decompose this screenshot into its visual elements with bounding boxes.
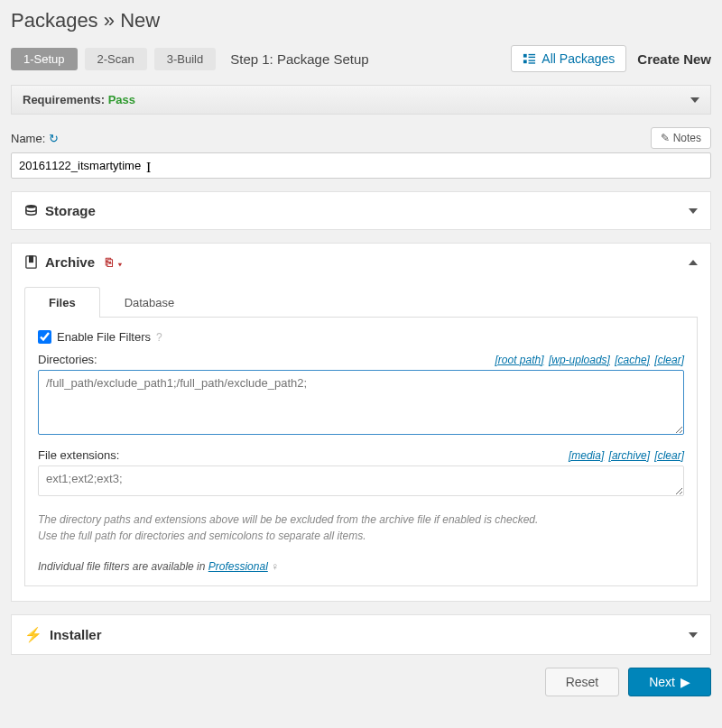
installer-panel-head[interactable]: ⚡ Installer [12, 615, 710, 654]
help-icon[interactable]: ? [156, 331, 162, 344]
step-label: Step 1: Package Setup [230, 51, 368, 67]
svg-rect-5 [529, 62, 536, 63]
files-icon: ⎘ [106, 255, 113, 269]
installer-title: Installer [50, 627, 102, 642]
link-clear-ext[interactable]: [clear] [654, 449, 684, 462]
step-setup[interactable]: 1-Setup [11, 48, 78, 70]
tab-files[interactable]: Files [24, 287, 100, 318]
step-build[interactable]: 3-Build [154, 48, 216, 70]
reset-button[interactable]: Reset [545, 668, 620, 696]
storage-panel-head[interactable]: Storage [12, 192, 710, 229]
chevron-down-icon [689, 208, 698, 214]
bolt-icon: ⚡ [24, 626, 42, 643]
directories-label: Directories: [38, 353, 97, 366]
archive-icon [24, 255, 38, 269]
directories-textarea[interactable] [38, 370, 684, 435]
link-media[interactable]: [media] [569, 449, 604, 462]
filters-note-text: Individual file filters are available in [38, 560, 208, 573]
next-button[interactable]: Next ▶ [628, 668, 711, 696]
all-packages-label: All Packages [542, 51, 615, 66]
svg-rect-8 [30, 256, 33, 263]
filter-note-1: The directory paths and extensions above… [38, 511, 684, 528]
extensions-label: File extensions: [38, 448, 119, 462]
package-name-input[interactable] [11, 152, 711, 179]
extensions-textarea[interactable] [38, 465, 684, 496]
tab-database[interactable]: Database [100, 287, 199, 318]
link-clear-dirs[interactable]: [clear] [654, 354, 684, 366]
breadcrumb-sep: » [104, 9, 115, 32]
storage-title: Storage [45, 203, 96, 218]
step-scan[interactable]: 2-Scan [85, 48, 147, 70]
archive-title: Archive [45, 254, 95, 270]
svg-point-6 [26, 205, 36, 208]
svg-rect-2 [529, 56, 536, 57]
text-cursor-icon: I [146, 160, 151, 176]
chevron-down-icon [689, 632, 698, 638]
play-icon: ▶ [680, 675, 690, 689]
filter-icon: ▾ [116, 255, 124, 269]
requirements-bar[interactable]: Requirements: Pass [11, 85, 711, 115]
requirements-status: Pass [108, 93, 135, 106]
link-cache[interactable]: [cache] [615, 354, 650, 366]
archive-panel-head[interactable]: Archive ⎘ ▾ [12, 244, 710, 281]
notes-button[interactable]: ✎ Notes [651, 127, 711, 149]
next-button-label: Next [649, 675, 675, 689]
link-archive[interactable]: [archive] [609, 449, 650, 462]
link-wp-uploads[interactable]: [wp-uploads] [549, 354, 610, 366]
requirements-label: Requirements: [23, 93, 108, 106]
svg-rect-0 [523, 53, 527, 57]
chevron-up-icon [689, 260, 698, 265]
professional-link[interactable]: Professional [208, 560, 268, 573]
svg-rect-3 [523, 60, 527, 63]
name-label: Name: [11, 132, 45, 145]
chevron-down-icon [690, 97, 699, 103]
breadcrumb-root[interactable]: Packages [11, 9, 98, 32]
all-packages-button[interactable]: All Packages [511, 45, 626, 72]
breadcrumb-leaf: New [120, 9, 160, 32]
refresh-icon[interactable]: ↻ [49, 132, 59, 145]
edit-icon: ✎ [661, 132, 670, 144]
database-icon [24, 204, 38, 217]
bulb-icon: ♀ [271, 560, 279, 573]
link-root-path[interactable]: [root path] [495, 354, 543, 366]
svg-rect-1 [529, 53, 536, 54]
create-new-label: Create New [637, 51, 711, 67]
notes-button-label: Notes [673, 132, 701, 144]
enable-filters-checkbox[interactable] [38, 330, 51, 344]
filter-note-2: Use the full path for directories and se… [38, 528, 684, 544]
enable-filters-label: Enable File Filters [57, 330, 151, 344]
svg-rect-4 [529, 60, 536, 60]
list-icon [523, 52, 536, 66]
